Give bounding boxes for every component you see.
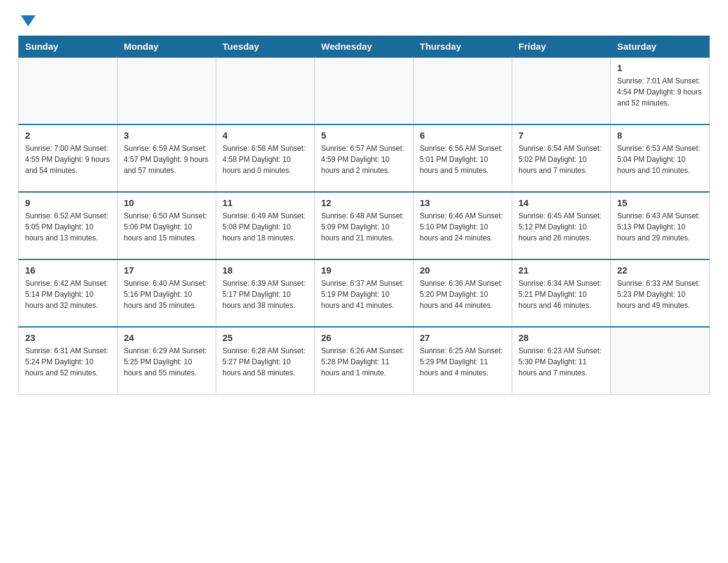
week-row-5: 23Sunrise: 6:31 AM Sunset: 5:24 PM Dayli… xyxy=(19,327,710,394)
page-header xyxy=(18,12,710,29)
calendar-cell: 26Sunrise: 6:26 AM Sunset: 5:28 PM Dayli… xyxy=(315,327,414,394)
day-number: 12 xyxy=(321,197,407,208)
calendar-cell: 28Sunrise: 6:23 AM Sunset: 5:30 PM Dayli… xyxy=(512,327,611,394)
weekday-header-friday: Friday xyxy=(512,36,611,58)
calendar-cell: 22Sunrise: 6:33 AM Sunset: 5:23 PM Dayli… xyxy=(611,259,710,327)
calendar-cell xyxy=(118,57,216,124)
day-number: 8 xyxy=(617,130,703,140)
calendar-cell: 7Sunrise: 6:54 AM Sunset: 5:02 PM Daylig… xyxy=(512,124,611,192)
calendar-cell: 17Sunrise: 6:40 AM Sunset: 5:16 PM Dayli… xyxy=(118,259,216,327)
weekday-header-monday: Monday xyxy=(118,36,216,58)
calendar-cell: 25Sunrise: 6:28 AM Sunset: 5:27 PM Dayli… xyxy=(216,327,315,394)
weekday-header-thursday: Thursday xyxy=(414,36,512,58)
week-row-3: 9Sunrise: 6:52 AM Sunset: 5:05 PM Daylig… xyxy=(19,192,710,259)
calendar-cell: 1Sunrise: 7:01 AM Sunset: 4:54 PM Daylig… xyxy=(611,57,710,124)
day-number: 6 xyxy=(420,130,506,140)
calendar-cell: 13Sunrise: 6:46 AM Sunset: 5:10 PM Dayli… xyxy=(414,192,512,259)
day-info: Sunrise: 6:56 AM Sunset: 5:01 PM Dayligh… xyxy=(420,143,506,176)
day-info: Sunrise: 6:34 AM Sunset: 5:21 PM Dayligh… xyxy=(518,278,604,311)
calendar-cell: 23Sunrise: 6:31 AM Sunset: 5:24 PM Dayli… xyxy=(19,327,118,394)
calendar-cell: 15Sunrise: 6:43 AM Sunset: 5:13 PM Dayli… xyxy=(611,192,710,259)
day-info: Sunrise: 7:01 AM Sunset: 4:54 PM Dayligh… xyxy=(617,75,703,109)
day-number: 2 xyxy=(25,130,111,140)
logo-general-text xyxy=(18,12,36,29)
day-number: 15 xyxy=(617,197,703,208)
day-number: 13 xyxy=(420,197,506,208)
day-info: Sunrise: 6:59 AM Sunset: 4:57 PM Dayligh… xyxy=(124,143,210,176)
calendar-cell: 8Sunrise: 6:53 AM Sunset: 5:04 PM Daylig… xyxy=(611,124,710,192)
week-row-1: 1Sunrise: 7:01 AM Sunset: 4:54 PM Daylig… xyxy=(19,57,710,124)
day-number: 28 xyxy=(518,332,604,343)
day-info: Sunrise: 6:28 AM Sunset: 5:27 PM Dayligh… xyxy=(222,345,308,378)
day-info: Sunrise: 6:36 AM Sunset: 5:20 PM Dayligh… xyxy=(420,278,506,311)
day-number: 1 xyxy=(617,63,703,73)
calendar-cell: 10Sunrise: 6:50 AM Sunset: 5:06 PM Dayli… xyxy=(118,192,216,259)
day-info: Sunrise: 6:42 AM Sunset: 5:14 PM Dayligh… xyxy=(25,278,111,311)
day-number: 16 xyxy=(25,265,111,275)
day-info: Sunrise: 6:26 AM Sunset: 5:28 PM Dayligh… xyxy=(321,345,407,378)
day-number: 21 xyxy=(518,265,604,275)
day-info: Sunrise: 6:58 AM Sunset: 4:58 PM Dayligh… xyxy=(222,143,308,176)
day-info: Sunrise: 6:37 AM Sunset: 5:19 PM Dayligh… xyxy=(321,278,407,311)
day-number: 26 xyxy=(321,332,407,343)
weekday-header-sunday: Sunday xyxy=(19,36,118,58)
calendar-cell: 18Sunrise: 6:39 AM Sunset: 5:17 PM Dayli… xyxy=(216,259,315,327)
day-number: 19 xyxy=(321,265,407,275)
day-info: Sunrise: 6:45 AM Sunset: 5:12 PM Dayligh… xyxy=(518,210,604,243)
day-info: Sunrise: 6:46 AM Sunset: 5:10 PM Dayligh… xyxy=(420,210,506,243)
day-info: Sunrise: 6:54 AM Sunset: 5:02 PM Dayligh… xyxy=(518,143,604,176)
calendar-cell xyxy=(414,57,512,124)
day-info: Sunrise: 6:53 AM Sunset: 5:04 PM Dayligh… xyxy=(617,143,703,176)
day-number: 11 xyxy=(222,197,308,208)
day-info: Sunrise: 6:40 AM Sunset: 5:16 PM Dayligh… xyxy=(124,278,210,311)
calendar-cell: 5Sunrise: 6:57 AM Sunset: 4:59 PM Daylig… xyxy=(315,124,414,192)
day-number: 7 xyxy=(518,130,604,140)
calendar-cell: 6Sunrise: 6:56 AM Sunset: 5:01 PM Daylig… xyxy=(414,124,512,192)
day-number: 18 xyxy=(222,265,308,275)
day-number: 20 xyxy=(420,265,506,275)
calendar-cell xyxy=(611,327,710,394)
day-number: 17 xyxy=(124,265,210,275)
day-info: Sunrise: 6:49 AM Sunset: 5:08 PM Dayligh… xyxy=(222,210,308,243)
calendar-cell xyxy=(19,57,118,124)
calendar-cell: 21Sunrise: 6:34 AM Sunset: 5:21 PM Dayli… xyxy=(512,259,611,327)
week-row-2: 2Sunrise: 7:00 AM Sunset: 4:55 PM Daylig… xyxy=(19,124,710,192)
calendar-cell: 16Sunrise: 6:42 AM Sunset: 5:14 PM Dayli… xyxy=(19,259,118,327)
calendar-cell: 24Sunrise: 6:29 AM Sunset: 5:25 PM Dayli… xyxy=(118,327,216,394)
day-number: 5 xyxy=(321,130,407,140)
day-info: Sunrise: 6:50 AM Sunset: 5:06 PM Dayligh… xyxy=(124,210,210,243)
day-info: Sunrise: 6:52 AM Sunset: 5:05 PM Dayligh… xyxy=(25,210,111,243)
day-info: Sunrise: 6:33 AM Sunset: 5:23 PM Dayligh… xyxy=(617,278,703,311)
weekday-header-tuesday: Tuesday xyxy=(216,36,315,58)
calendar-table: SundayMondayTuesdayWednesdayThursdayFrid… xyxy=(18,36,710,395)
day-number: 24 xyxy=(124,332,210,343)
calendar-cell: 3Sunrise: 6:59 AM Sunset: 4:57 PM Daylig… xyxy=(118,124,216,192)
day-info: Sunrise: 7:00 AM Sunset: 4:55 PM Dayligh… xyxy=(25,143,111,176)
calendar-cell: 9Sunrise: 6:52 AM Sunset: 5:05 PM Daylig… xyxy=(19,192,118,259)
calendar-cell xyxy=(216,57,315,124)
calendar-cell: 11Sunrise: 6:49 AM Sunset: 5:08 PM Dayli… xyxy=(216,192,315,259)
calendar-cell: 4Sunrise: 6:58 AM Sunset: 4:58 PM Daylig… xyxy=(216,124,315,192)
logo xyxy=(18,12,36,29)
day-info: Sunrise: 6:31 AM Sunset: 5:24 PM Dayligh… xyxy=(25,345,111,378)
calendar-cell xyxy=(315,57,414,124)
day-number: 23 xyxy=(25,332,111,343)
day-number: 10 xyxy=(124,197,210,208)
logo-triangle-icon xyxy=(21,15,36,26)
day-info: Sunrise: 6:57 AM Sunset: 4:59 PM Dayligh… xyxy=(321,143,407,176)
day-info: Sunrise: 6:25 AM Sunset: 5:29 PM Dayligh… xyxy=(420,345,506,378)
calendar-cell: 14Sunrise: 6:45 AM Sunset: 5:12 PM Dayli… xyxy=(512,192,611,259)
day-info: Sunrise: 6:39 AM Sunset: 5:17 PM Dayligh… xyxy=(222,278,308,311)
weekday-header-wednesday: Wednesday xyxy=(315,36,414,58)
day-info: Sunrise: 6:43 AM Sunset: 5:13 PM Dayligh… xyxy=(617,210,703,243)
calendar-cell: 12Sunrise: 6:48 AM Sunset: 5:09 PM Dayli… xyxy=(315,192,414,259)
calendar-cell: 20Sunrise: 6:36 AM Sunset: 5:20 PM Dayli… xyxy=(414,259,512,327)
day-number: 25 xyxy=(222,332,308,343)
calendar-cell xyxy=(512,57,611,124)
day-info: Sunrise: 6:29 AM Sunset: 5:25 PM Dayligh… xyxy=(124,345,210,378)
day-info: Sunrise: 6:23 AM Sunset: 5:30 PM Dayligh… xyxy=(518,345,604,378)
day-number: 3 xyxy=(124,130,210,140)
day-info: Sunrise: 6:48 AM Sunset: 5:09 PM Dayligh… xyxy=(321,210,407,243)
weekday-header-saturday: Saturday xyxy=(611,36,710,58)
week-row-4: 16Sunrise: 6:42 AM Sunset: 5:14 PM Dayli… xyxy=(19,259,710,327)
